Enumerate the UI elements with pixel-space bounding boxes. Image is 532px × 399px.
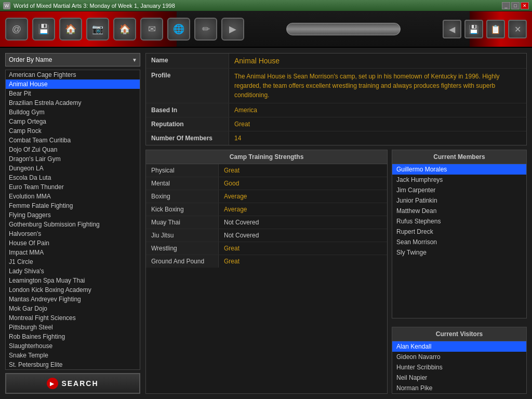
camp-list-item[interactable]: Leamington Spa Muay Thai bbox=[6, 276, 140, 285]
camp-list-item[interactable]: Femme Fatale Fighting bbox=[6, 201, 140, 210]
reputation-label: Reputation bbox=[146, 117, 229, 131]
toolbar-play-button[interactable]: ▶ bbox=[221, 18, 244, 41]
member-item[interactable]: Guillermo Morales bbox=[392, 164, 526, 175]
camp-list-item[interactable]: Dragon's Lair Gym bbox=[6, 154, 140, 164]
camp-list-item[interactable]: Bear Pit bbox=[6, 89, 140, 98]
minimize-button[interactable]: _ bbox=[502, 2, 510, 9]
visitor-item[interactable]: Hunter Scribbins bbox=[392, 362, 526, 373]
members-count-label: Number Of Members bbox=[146, 131, 229, 145]
current-members-header: Current Members bbox=[392, 150, 526, 164]
visitor-item[interactable]: Gideon Navarro bbox=[392, 352, 526, 362]
camp-list-item[interactable]: Pittsburgh Steel bbox=[6, 323, 140, 332]
current-members-panel: Current Members Guillermo MoralesJack Hu… bbox=[392, 150, 527, 318]
camp-list-item[interactable]: Camp Rock bbox=[6, 126, 140, 136]
camp-list-item[interactable]: American Cage Fighters bbox=[6, 70, 140, 79]
current-visitors-panel: Current Visitors Alan KendallGideon Nava… bbox=[392, 327, 527, 394]
profile-row: Profile The Animal House is Sean Morriso… bbox=[146, 69, 526, 103]
camp-list-item[interactable]: Dojo Of Zui Quan bbox=[6, 145, 140, 154]
profile-label: Profile bbox=[146, 69, 229, 103]
camp-list-item[interactable]: Bulldog Gym bbox=[6, 108, 140, 117]
training-label: Jiu Jitsu bbox=[146, 229, 219, 242]
member-item[interactable]: Sean Morrison bbox=[392, 237, 526, 247]
visitor-item[interactable]: Neil Napier bbox=[392, 373, 526, 383]
close-button[interactable]: ✕ bbox=[521, 2, 529, 9]
member-item[interactable]: Rufus Stephens bbox=[392, 216, 526, 227]
member-item[interactable]: Rupert Dreck bbox=[392, 227, 526, 237]
members-count-value: 14 bbox=[229, 131, 526, 145]
camp-list-item[interactable]: Brazilian Estrela Academy bbox=[6, 98, 140, 108]
toolbar-edit-button[interactable]: ✏ bbox=[194, 18, 217, 41]
toolbar-back-button[interactable]: ◀ bbox=[443, 20, 461, 38]
camp-list-item[interactable]: Gothenburg Submission Fighting bbox=[6, 220, 140, 229]
member-item[interactable]: Jack Humphreys bbox=[392, 175, 526, 185]
name-label: Name bbox=[146, 54, 229, 68]
camp-list-item[interactable]: St. Petersburg Elite bbox=[6, 360, 140, 369]
camp-list-item[interactable]: J1 Circle bbox=[6, 257, 140, 267]
window-title: World of Mixed Martial Arts 3: Monday of… bbox=[14, 3, 502, 9]
camp-list-item[interactable]: Dungeon LA bbox=[6, 164, 140, 173]
visitor-item[interactable]: Alan Kendall bbox=[392, 341, 526, 352]
camp-list-item[interactable]: Halvorsen's bbox=[6, 229, 140, 238]
window-controls: _ □ ✕ bbox=[502, 2, 529, 9]
reputation-value: Great bbox=[229, 117, 526, 131]
training-label: Ground And Pound bbox=[146, 255, 219, 268]
camp-list-item[interactable]: Montreal Fight Sciences bbox=[6, 313, 140, 323]
camp-list-item[interactable]: Mantas Andreyev Fighting bbox=[6, 295, 140, 304]
toolbar-center bbox=[248, 23, 438, 35]
camp-list-item[interactable]: London Kick Boxing Academy bbox=[6, 285, 140, 295]
camp-list-item[interactable]: Rob Baines Fighting bbox=[6, 332, 140, 341]
training-row: Boxing Average bbox=[146, 190, 387, 203]
profile-value: The Animal House is Sean Morrison's camp… bbox=[229, 69, 526, 103]
training-value: Great bbox=[219, 242, 387, 255]
training-value: Not Covered bbox=[219, 229, 387, 242]
toolbar-right: ◀ 💾 📋 ✕ bbox=[443, 20, 527, 38]
toolbar-clipboard-button[interactable]: 📋 bbox=[486, 20, 505, 38]
camp-list-item[interactable]: Camp Ortega bbox=[6, 117, 140, 126]
camp-list-item[interactable]: Slaughterhouse bbox=[6, 341, 140, 351]
training-value: Great bbox=[219, 164, 387, 177]
toolbar-home-button[interactable]: 🏠 bbox=[59, 18, 82, 41]
member-item[interactable]: Matthew Dean bbox=[392, 206, 526, 216]
camp-list-item[interactable]: Euro Team Thunder bbox=[6, 182, 140, 192]
camp-list-item[interactable]: Impact MMA bbox=[6, 248, 140, 257]
camp-list-item[interactable]: Mok Gar Dojo bbox=[6, 304, 140, 313]
training-row: Jiu Jitsu Not Covered bbox=[146, 229, 387, 242]
maximize-button[interactable]: □ bbox=[511, 2, 520, 9]
search-button[interactable]: ▶ SEARCH bbox=[5, 373, 140, 394]
visitors-list[interactable]: Alan KendallGideon NavarroHunter Scribbi… bbox=[392, 341, 526, 393]
camp-list[interactable]: American Cage FightersAnimal HouseBear P… bbox=[5, 70, 140, 370]
camp-list-item[interactable]: Flying Daggers bbox=[6, 210, 140, 220]
toolbar-email-button[interactable]: @ bbox=[5, 18, 28, 41]
camp-list-item[interactable]: Evolution MMA bbox=[6, 192, 140, 201]
training-label: Muay Thai bbox=[146, 216, 219, 229]
app-icon: W bbox=[3, 2, 10, 9]
right-panel: Name Animal House Profile The Animal Hou… bbox=[145, 53, 527, 394]
toolbar-close-button[interactable]: ✕ bbox=[508, 20, 527, 38]
members-list[interactable]: Guillermo MoralesJack HumphreysJim Carpe… bbox=[392, 164, 526, 318]
training-row: Kick Boxing Average bbox=[146, 203, 387, 216]
member-item[interactable]: Sly Twinge bbox=[392, 247, 526, 258]
order-dropdown[interactable]: Order By NameOrder By Reputation bbox=[5, 53, 140, 66]
toolbar-house-button[interactable]: 🏠 bbox=[113, 18, 136, 41]
camp-list-item[interactable]: Escola Da Luta bbox=[6, 173, 140, 182]
camp-list-item[interactable]: Strike Force bbox=[6, 369, 140, 370]
based-in-row: Based In America bbox=[146, 103, 526, 117]
camp-list-item[interactable]: House Of Pain bbox=[6, 238, 140, 248]
member-item[interactable]: Junior Patinkin bbox=[392, 195, 526, 206]
toolbar-search-bar bbox=[286, 23, 401, 35]
camp-list-item[interactable]: Lady Shiva's bbox=[6, 267, 140, 276]
toolbar-globe-button[interactable]: 🌐 bbox=[167, 18, 190, 41]
camp-list-item[interactable]: Combat Team Curitiba bbox=[6, 136, 140, 145]
order-dropdown-wrapper: Order By NameOrder By Reputation bbox=[5, 53, 140, 66]
member-item[interactable]: Jim Carpenter bbox=[392, 185, 526, 195]
visitor-item[interactable]: Norman Pike bbox=[392, 383, 526, 393]
camp-list-item[interactable]: Animal House bbox=[6, 79, 140, 89]
camp-list-item[interactable]: Snake Temple bbox=[6, 351, 140, 360]
toolbar-mail-button[interactable]: ✉ bbox=[140, 18, 163, 41]
toolbar-save-button[interactable]: 💾 bbox=[32, 18, 55, 41]
toolbar-disk-button[interactable]: 💾 bbox=[464, 20, 483, 38]
right-column: Current Members Guillermo MoralesJack Hu… bbox=[392, 150, 527, 394]
training-label: Boxing bbox=[146, 190, 219, 203]
name-value: Animal House bbox=[229, 54, 526, 68]
toolbar-camera-button[interactable]: 📷 bbox=[86, 18, 109, 41]
